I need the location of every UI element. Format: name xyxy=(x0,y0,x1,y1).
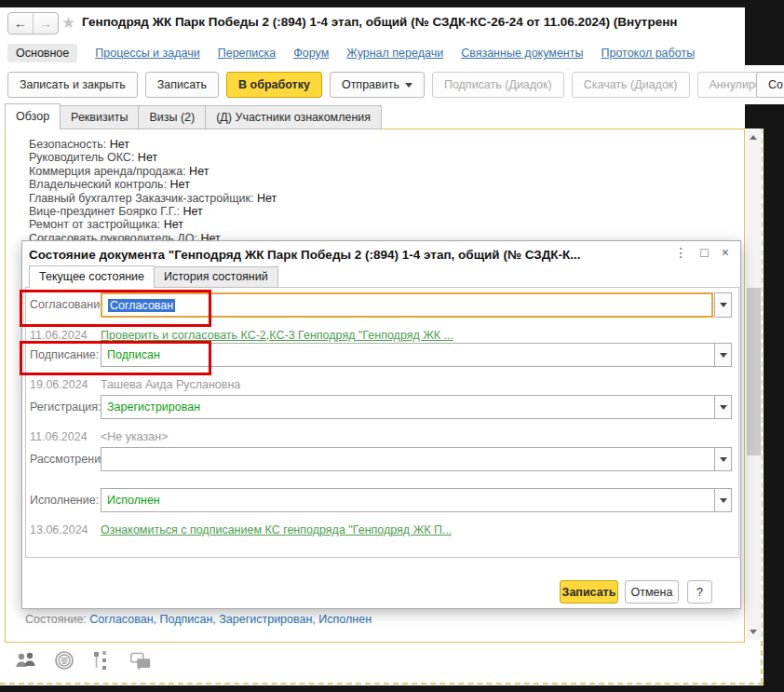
review-field[interactable] xyxy=(101,447,732,471)
registration-date: 11.06.2024 xyxy=(30,430,88,443)
signing-label: Подписание: xyxy=(30,348,99,361)
approval-date: 11.06.2024 xyxy=(30,329,88,342)
hierarchy-icon[interactable] xyxy=(90,649,115,672)
forward-button[interactable]: → xyxy=(34,13,58,34)
dialog-help-button[interactable]: ? xyxy=(687,580,712,604)
overview-line-label: Вице-прездинет Боярко Г.Г.: xyxy=(29,205,180,218)
current-state-panel xyxy=(25,287,739,558)
tab-obzor[interactable]: Обзор xyxy=(5,103,61,129)
send-button[interactable]: Отправить xyxy=(330,72,425,98)
download-diadoc-button[interactable]: Скачать (Диадок) xyxy=(572,72,690,98)
overview-line-value: Нет xyxy=(138,151,157,164)
execution-task-link[interactable]: Ознакомиться с подписанием КС генподряда… xyxy=(101,523,452,536)
discussion-icon[interactable] xyxy=(128,649,153,672)
approval-field-text[interactable]: Согласован xyxy=(101,292,713,318)
vertical-scrollbar[interactable] xyxy=(746,129,762,640)
registration-value: Зарегистрирован xyxy=(107,400,200,414)
execution-label: Исполнение: xyxy=(30,494,99,507)
tab-rekvizity[interactable]: Реквизиты xyxy=(61,105,139,129)
chevron-down-icon xyxy=(720,353,727,358)
document-status-line: Состояние: Согласован, Подписан, Зарегис… xyxy=(25,613,372,626)
review-dropdown-button[interactable] xyxy=(714,447,732,471)
overview-line-value: Нет xyxy=(110,138,129,151)
sign-diadoc-button[interactable]: Подписать (Диадок) xyxy=(432,72,564,98)
form-tabs: Обзор Реквизиты Визы (2) (Д) Участники о… xyxy=(5,104,382,129)
screen-margin-right xyxy=(764,129,784,685)
page-title: Генподряд ЖК Парк Победы 2 (:894) 1-4 эт… xyxy=(82,15,743,29)
approval-task-link[interactable]: Проверить и согласовать КС-2,КС-3 Генпод… xyxy=(101,329,453,342)
tab-current-state[interactable]: Текущее состояние xyxy=(29,265,155,288)
back-button[interactable]: ← xyxy=(8,13,34,34)
approval-field[interactable]: Согласован xyxy=(101,292,732,318)
forward-arrow-icon: → xyxy=(39,16,52,31)
registration-field-text[interactable]: Зарегистрирован xyxy=(101,395,714,419)
signing-field-text[interactable]: Подписан xyxy=(101,343,714,367)
chevron-down-icon xyxy=(405,83,412,88)
dialog-cancel-button[interactable]: Отмена xyxy=(625,580,679,604)
tab-state-history[interactable]: История состояний xyxy=(155,266,278,288)
toolbar: Записать и закрыть Записать В обработку … xyxy=(7,72,784,96)
execution-task: Ознакомиться с подписанием КС генподряда… xyxy=(101,523,452,536)
to-processing-button[interactable]: В обработку xyxy=(226,72,322,98)
app-window: { "window": { "title": "Генподряд ЖК Пар… xyxy=(0,0,784,692)
tab-vizy[interactable]: Визы (2) xyxy=(139,105,206,129)
create-clipped-label: Со xyxy=(768,78,783,91)
execution-date: 13.06.2024 xyxy=(30,523,88,536)
execution-value: Исполнен xyxy=(107,494,160,507)
overview-line: Владельческий контроль: Нет xyxy=(29,178,277,191)
overview-line: Руководитель ОКС: Нет xyxy=(29,151,277,164)
execution-dropdown-button[interactable] xyxy=(714,488,732,512)
menu-item-zhurnal[interactable]: Журнал передачи xyxy=(346,47,443,60)
screen-margin-top-right xyxy=(745,7,784,65)
signing-value: Подписан xyxy=(107,348,160,361)
dialog-title: Состояние документа "Генподряд ЖК Парк П… xyxy=(29,248,643,262)
menu-item-protokol[interactable]: Протокол работы xyxy=(601,47,695,60)
signing-date: 19.06.2024 xyxy=(30,378,88,391)
execution-field-text[interactable]: Исполнен xyxy=(101,488,714,512)
scroll-up-icon[interactable] xyxy=(750,135,757,140)
approval-dropdown-button[interactable] xyxy=(714,292,732,318)
registration-field[interactable]: Зарегистрирован xyxy=(101,395,732,419)
overview-line-value: Нет xyxy=(183,205,203,218)
menu-item-svyazannye[interactable]: Связанные документы xyxy=(461,47,583,60)
to-processing-label: В обработку xyxy=(238,78,310,91)
approval-label: Согласование: xyxy=(30,298,110,311)
maximize-icon[interactable]: □ xyxy=(700,245,708,260)
menu-item-perepiska[interactable]: Переписка xyxy=(218,47,277,60)
menu-item-osnovnoe[interactable]: Основное xyxy=(7,44,77,62)
review-field-text[interactable] xyxy=(101,447,714,471)
tab-uchastniki[interactable]: (Д) Участники ознакомления xyxy=(206,105,382,129)
seal-icon[interactable] xyxy=(52,649,76,672)
save-button[interactable]: Записать xyxy=(145,72,219,98)
document-state-dialog: Состояние документа "Генподряд ЖК Парк П… xyxy=(21,240,741,609)
close-icon[interactable]: × xyxy=(722,245,729,260)
chevron-down-icon xyxy=(720,457,727,462)
save-label: Записать xyxy=(157,78,207,91)
registration-dropdown-button[interactable] xyxy=(714,395,732,419)
favorite-star-icon[interactable]: ★ xyxy=(61,13,75,33)
overview-line: Вице-прездинет Боярко Г.Г.: Нет xyxy=(29,205,277,218)
status-label: Состояние: xyxy=(25,613,87,626)
status-value[interactable]: Согласован, Подписан, Зарегистрирован, И… xyxy=(89,613,372,626)
participants-icon[interactable] xyxy=(14,649,38,672)
more-menu-icon[interactable]: ⋮ xyxy=(674,245,687,260)
menu-item-processy[interactable]: Процессы и задачи xyxy=(95,47,199,60)
save-and-close-button[interactable]: Записать и закрыть xyxy=(7,72,138,98)
section-menu: Основное Процессы и задачи Переписка Фор… xyxy=(7,43,695,63)
dialog-save-button[interactable]: Записать xyxy=(560,580,618,604)
screen-margin-tab-right xyxy=(745,104,784,129)
scrollbar-thumb[interactable] xyxy=(747,288,761,455)
overview-line-value: Нет xyxy=(164,218,183,231)
overview-line: Главный бухгалтер Заказчик-застройщик: Н… xyxy=(29,192,277,205)
create-clipped-button[interactable]: Со xyxy=(756,72,784,98)
registration-label: Регистрация: xyxy=(30,400,101,414)
history-nav-group: ← → xyxy=(7,12,59,34)
execution-field[interactable]: Исполнен xyxy=(101,488,732,512)
signing-dropdown-button[interactable] xyxy=(714,343,732,367)
menu-item-forum[interactable]: Форум xyxy=(293,47,329,60)
review-label: Рассмотрение: xyxy=(30,453,111,466)
signing-field[interactable]: Подписан xyxy=(101,343,732,367)
scroll-down-icon[interactable] xyxy=(750,630,757,634)
dialog-window-controls: ⋮ □ × xyxy=(674,245,729,260)
registration-detail: <Не указан> xyxy=(101,430,168,443)
